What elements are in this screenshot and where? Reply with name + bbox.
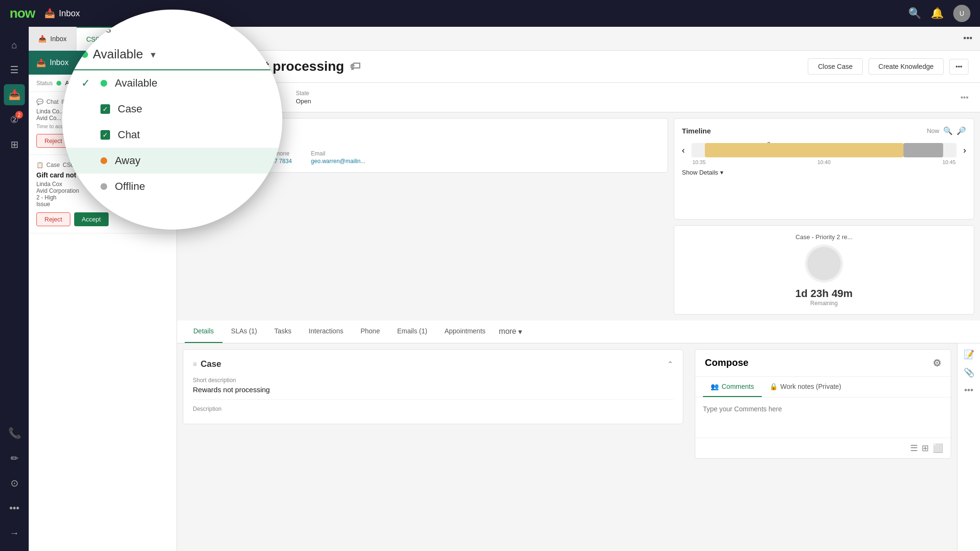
- case-actions-btns: Reject Accept: [36, 212, 169, 226]
- inbox-item-chat[interactable]: 💬 Chat IM Linda Co... Avid Co... Time to…: [29, 92, 177, 155]
- close-case-button[interactable]: Close Case: [808, 58, 862, 75]
- inbox-nav-title: 📥 Inbox: [45, 8, 80, 19]
- inbox-nav-label: Inbox: [59, 9, 80, 19]
- content-area: 📥 Inbox ☰ Status Available 💬 Chat IM Lin…: [29, 51, 980, 551]
- right-sidebar-notes-icon[interactable]: 📝: [964, 349, 974, 360]
- sidebar-item-home[interactable]: ⌂: [4, 34, 25, 55]
- case-title: Rewards not processing 🏷: [189, 59, 360, 74]
- inbox-menu-icon[interactable]: ☰: [161, 57, 169, 68]
- sidebar-item-phone[interactable]: 📞: [4, 423, 25, 444]
- sidebar-item-more[interactable]: •••: [4, 497, 25, 518]
- assigned-label: Assigned to: [189, 90, 219, 97]
- main-container: 📥 Inbox CS0020030 ✕ + ••• 📥 Inbox ☰ Stat…: [29, 27, 980, 551]
- section-handle-icon: ≡: [193, 360, 197, 368]
- chat-customer-name: Linda Co...: [36, 108, 169, 115]
- tab-close-icon[interactable]: ✕: [125, 36, 130, 43]
- sidebar-item-circle[interactable]: ⊙: [4, 473, 25, 494]
- tab-appointments[interactable]: Appointments: [436, 320, 494, 343]
- timeline-label-2: 10:45: [942, 159, 956, 165]
- meta-priority: Priority 2 - High: [238, 88, 277, 106]
- case-more-button[interactable]: •••: [949, 59, 969, 75]
- sidebar-item-compose[interactable]: ✏: [4, 448, 25, 469]
- format-list-icon[interactable]: ☰: [910, 443, 918, 453]
- case-header-actions: Close Case Create Knowledge •••: [808, 58, 969, 75]
- timeline-panel: Timeline Now 🔍 🔎 8 ‹ ›: [674, 118, 974, 220]
- compose-tab-work-notes[interactable]: 🔒 Work notes (Private): [762, 377, 849, 397]
- customer-contacts: Mobile phone +1 858 867 7... Business ph…: [191, 150, 660, 165]
- detail-tabs: Details SLAs (1) Tasks Interactions Phon…: [177, 320, 980, 343]
- status-bar: Status Available: [29, 75, 177, 92]
- timeline-prev-icon[interactable]: ‹: [682, 145, 685, 155]
- show-details-label: Show Details: [682, 169, 718, 176]
- case-id-label: CS0020031: [63, 162, 93, 168]
- inbox-panel-icon: 📥: [36, 58, 46, 67]
- case-reject-button[interactable]: Reject: [36, 212, 70, 226]
- compose-header: Compose ⚙: [695, 350, 951, 377]
- zoom-out-icon[interactable]: 🔍: [943, 126, 953, 135]
- bell-icon[interactable]: 🔔: [931, 7, 944, 20]
- tabs-more-button[interactable]: •••: [956, 33, 980, 44]
- add-tab-button[interactable]: +: [140, 27, 161, 51]
- customer-name: geo.warren VIP: [191, 126, 660, 136]
- compose-tab-comments[interactable]: 👥 Comments: [703, 377, 762, 397]
- timeline-label-0: 10:35: [692, 159, 706, 165]
- avatar[interactable]: U: [953, 5, 970, 22]
- business-phone: Business phone +1 858 287 7834: [248, 150, 291, 165]
- assigned-value: ren: [189, 98, 219, 105]
- sidebar-item-notifications[interactable]: ② 2: [4, 109, 25, 130]
- show-details-button[interactable]: Show Details ▾: [682, 169, 724, 176]
- case-icon: 📋: [36, 162, 44, 168]
- chat-actions: Reject: [36, 134, 169, 148]
- vip-badge: VIP: [241, 128, 254, 135]
- short-description-label: Short description: [193, 377, 673, 384]
- sla-remaining-label: Remaining: [810, 300, 837, 307]
- format-expand-icon[interactable]: ⬜: [933, 443, 943, 453]
- search-icon[interactable]: 🔍: [908, 7, 921, 20]
- zoom-in-icon[interactable]: 🔎: [957, 126, 966, 135]
- sidebar-item-inbox[interactable]: 📥: [4, 84, 25, 105]
- compose-textarea[interactable]: [695, 397, 951, 436]
- detail-content: ≡ Case ⌃ Short description Rewards not p…: [177, 343, 980, 551]
- right-panels: Timeline Now 🔍 🔎 8 ‹ ›: [674, 112, 980, 320]
- timeline-bar-container: [691, 143, 957, 157]
- status-value[interactable]: Available: [65, 79, 90, 87]
- mobile-phone-value[interactable]: +1 858 867 7...: [191, 158, 229, 165]
- tab-interactions[interactable]: Interactions: [300, 320, 352, 343]
- tab-more[interactable]: more ▾: [494, 320, 527, 343]
- inbox-panel-title: 📥 Inbox: [36, 58, 68, 67]
- meta-more-icon[interactable]: •••: [960, 93, 969, 102]
- sidebar-item-forward[interactable]: →: [4, 522, 25, 543]
- email-value[interactable]: geo.warren@mailin...: [311, 158, 366, 165]
- right-panel: Rewards not processing 🏷 Close Case Crea…: [177, 51, 980, 551]
- tab-cs0020030[interactable]: CS0020030 ✕: [77, 27, 140, 51]
- tab-details[interactable]: Details: [185, 320, 223, 343]
- priority-label: Priority: [238, 88, 277, 95]
- format-table-icon[interactable]: ⊞: [922, 443, 929, 453]
- inbox-item-case-header: 📋 Case CS0020031: [36, 162, 169, 168]
- compose-settings-icon[interactable]: ⚙: [933, 357, 941, 369]
- chevron-down-icon: ▾: [518, 327, 522, 336]
- business-phone-value[interactable]: +1 858 287 7834: [248, 158, 291, 165]
- right-sidebar-more-icon[interactable]: •••: [964, 386, 973, 396]
- tab-inbox[interactable]: 📥 Inbox: [29, 27, 77, 51]
- create-knowledge-button[interactable]: Create Knowledge: [869, 58, 944, 75]
- tab-emails[interactable]: Emails (1): [389, 320, 436, 343]
- tab-tasks[interactable]: Tasks: [266, 320, 300, 343]
- chat-reject-button[interactable]: Reject: [36, 134, 70, 148]
- case-accept-button[interactable]: Accept: [74, 212, 109, 226]
- tab-phone[interactable]: Phone: [352, 320, 388, 343]
- inbox-item-case[interactable]: 📋 Case CS0020031 Gift card not working L…: [29, 155, 177, 233]
- sidebar-item-menu[interactable]: ☰: [4, 59, 25, 80]
- chat-type-label: Chat: [46, 99, 58, 105]
- timeline-label-1: 10:40: [817, 159, 831, 165]
- timeline-next-icon[interactable]: ›: [963, 145, 966, 155]
- sidebar-item-apps[interactable]: ⊞: [4, 134, 25, 155]
- tab-slas[interactable]: SLAs (1): [223, 320, 266, 343]
- timeline-bar-main: [705, 143, 904, 157]
- compose-title: Compose: [705, 357, 748, 368]
- right-sidebar-attachment-icon[interactable]: 📎: [964, 367, 974, 378]
- section-collapse-icon[interactable]: ⌃: [667, 360, 673, 369]
- tag-icon[interactable]: 🏷: [350, 60, 360, 73]
- inbox-panel-header: 📥 Inbox ☰: [29, 51, 177, 75]
- inbox-nav-icon: 📥: [45, 8, 55, 19]
